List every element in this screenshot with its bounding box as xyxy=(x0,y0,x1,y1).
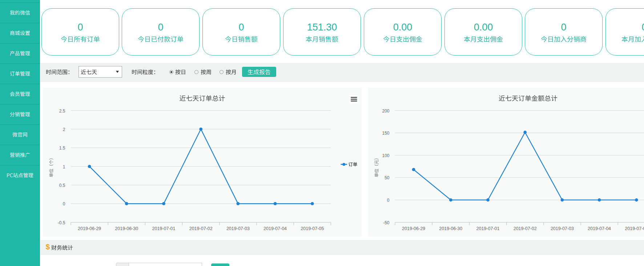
svg-text:0.5: 0.5 xyxy=(59,183,65,188)
svg-text:2019-07-04: 2019-07-04 xyxy=(263,226,287,231)
svg-text:2: 2 xyxy=(63,127,65,132)
svg-text:0: 0 xyxy=(387,198,390,203)
svg-text:2019-06-29: 2019-06-29 xyxy=(78,226,101,231)
svg-text:2019-07-05: 2019-07-05 xyxy=(301,226,324,231)
svg-text:-0.5: -0.5 xyxy=(58,220,65,225)
svg-text:2019-06-29: 2019-06-29 xyxy=(402,226,425,231)
svg-text:0: 0 xyxy=(63,201,65,206)
svg-text:2019-07-01: 2019-07-01 xyxy=(476,226,500,231)
svg-text:2019-07-02: 2019-07-02 xyxy=(514,226,537,231)
svg-text:50: 50 xyxy=(385,175,390,180)
svg-text:2019-07-01: 2019-07-01 xyxy=(152,226,176,231)
svg-text:100: 100 xyxy=(382,153,389,158)
svg-text:1.5: 1.5 xyxy=(59,146,65,151)
svg-text:-50: -50 xyxy=(383,220,390,225)
svg-text:2019-07-05: 2019-07-05 xyxy=(625,226,644,231)
svg-text:1: 1 xyxy=(63,164,65,169)
svg-text:150: 150 xyxy=(382,131,389,136)
svg-text:2.5: 2.5 xyxy=(59,109,65,114)
svg-text:2019-06-30: 2019-06-30 xyxy=(115,226,138,231)
svg-text:200: 200 xyxy=(382,109,389,114)
svg-text:2019-06-30: 2019-06-30 xyxy=(439,226,462,231)
svg-text:2019-07-02: 2019-07-02 xyxy=(189,226,213,231)
svg-text:2019-07-04: 2019-07-04 xyxy=(588,226,611,231)
svg-text:2019-07-03: 2019-07-03 xyxy=(226,226,250,231)
svg-text:2019-07-03: 2019-07-03 xyxy=(551,226,574,231)
